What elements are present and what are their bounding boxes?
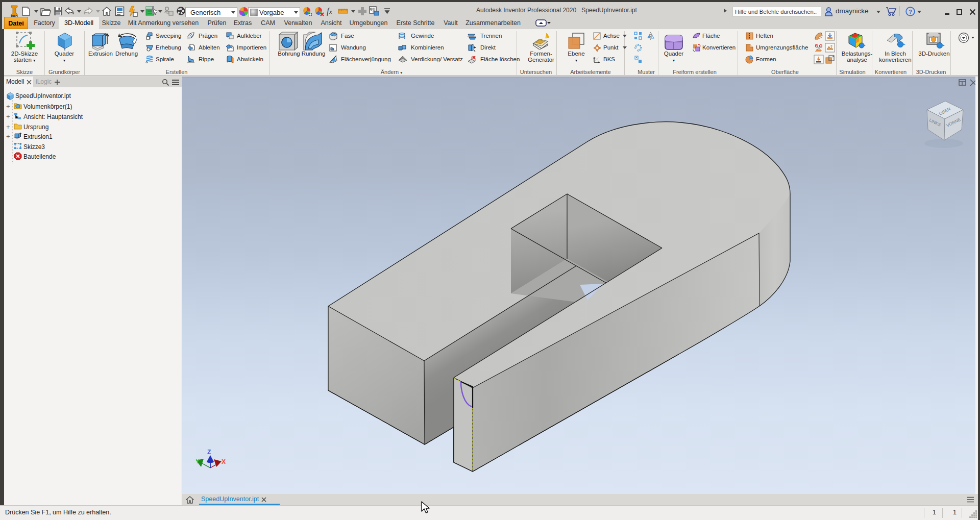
- svg-text:Y: Y: [195, 458, 200, 465]
- svg-text:X: X: [222, 458, 226, 465]
- svg-text:Z: Z: [207, 449, 211, 456]
